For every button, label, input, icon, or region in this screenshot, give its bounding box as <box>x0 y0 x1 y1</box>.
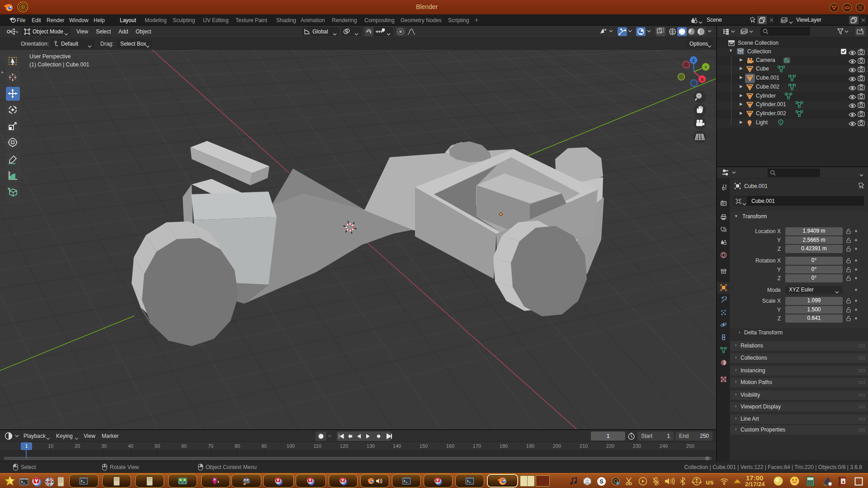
svg-text:X: X <box>701 77 703 82</box>
svg-text:a: a <box>842 479 844 484</box>
svg-text:Y: Y <box>704 65 707 70</box>
svg-text:S: S <box>599 478 604 485</box>
svg-text:Z: Z <box>692 58 695 63</box>
